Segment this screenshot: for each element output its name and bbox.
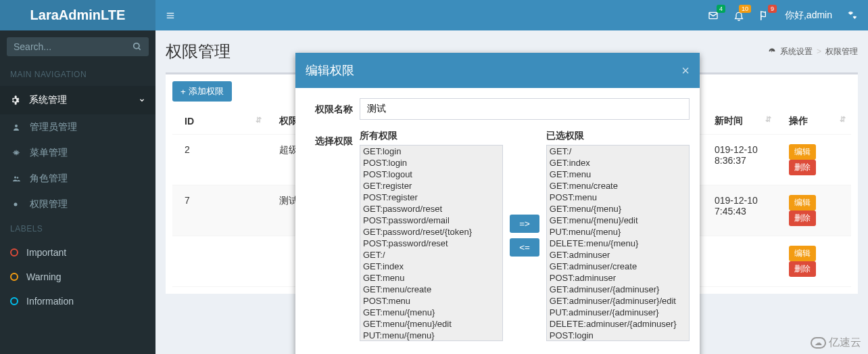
sort-icon: ⇵ <box>765 115 771 124</box>
list-option[interactable]: GET:menu <box>547 169 689 180</box>
cell-updated: 019-12-10 7:45:43 <box>702 185 777 236</box>
modal-title: 编辑权限 <box>306 62 354 79</box>
list-option[interactable]: GET:register <box>360 180 502 192</box>
cell-action: 编辑 删除 <box>777 236 851 287</box>
all-permissions-list[interactable]: GET:loginPOST:loginPOST:logoutGET:regist… <box>360 145 503 341</box>
cloud-icon: ☁ <box>811 337 826 349</box>
page-title: 权限管理 <box>166 41 231 62</box>
th-id[interactable]: ID⇵ <box>172 108 267 135</box>
list-option[interactable]: GET:/ <box>360 249 502 261</box>
red-circle-icon <box>10 248 18 257</box>
watermark: ☁ 亿速云 <box>811 336 861 350</box>
list-option[interactable]: POST:password/reset <box>360 238 502 249</box>
mail-badge: 4 <box>717 5 725 13</box>
selected-permissions-list[interactable]: GET:/GET:indexGET:menuGET:menu/createPOS… <box>546 145 690 341</box>
list-option[interactable]: GET:menu/{menu} <box>360 307 502 318</box>
list-option[interactable]: PUT:adminuser/{adminuser} <box>547 307 689 318</box>
mail-button[interactable]: 4 <box>708 10 719 21</box>
sidebar-item-label: 系统管理 <box>29 94 67 106</box>
move-right-button[interactable]: => <box>510 215 539 233</box>
label-text: Important <box>26 247 66 258</box>
modal-body: 权限名称 选择权限 所有权限 GET:loginPOST:loginPOST:l… <box>295 88 700 354</box>
sidebar-item-system[interactable]: 系统管理 <box>0 86 155 114</box>
list-option[interactable]: GET:adminuser/{adminuser} <box>547 284 689 295</box>
list-option[interactable]: GET:password/reset <box>360 203 502 215</box>
sidebar: LaraAdminLTE MAIN NAVIGATION 系统管理 管理员管 <box>0 0 155 354</box>
circle-icon <box>12 201 26 208</box>
list-option[interactable]: GET:login <box>360 146 502 157</box>
close-icon[interactable]: × <box>681 63 690 79</box>
list-option[interactable]: GET:index <box>360 261 502 272</box>
label-warning[interactable]: Warning <box>0 265 155 289</box>
list-option[interactable]: POST:logout <box>360 169 502 180</box>
sort-icon: ⇵ <box>256 116 262 125</box>
list-option[interactable]: GET:menu/{menu} <box>547 203 689 215</box>
cell-action: 编辑 删除 <box>777 185 851 236</box>
list-option[interactable]: DELETE:menu/{menu} <box>547 238 689 249</box>
gear-icon <box>10 95 24 105</box>
sidebar-sub-label: 菜单管理 <box>30 147 68 159</box>
breadcrumb-item[interactable]: 系统设置 <box>780 46 813 58</box>
edit-button[interactable]: 编辑 <box>789 144 816 160</box>
svg-point-5 <box>17 177 19 179</box>
list-option[interactable]: GET:adminuser <box>547 249 689 261</box>
list-option[interactable]: POST:menu <box>547 192 689 203</box>
sidebar-sub-admin[interactable]: 管理员管理 <box>0 114 155 140</box>
flag-button[interactable]: 9 <box>759 10 770 21</box>
list-option[interactable]: POST:password/email <box>360 215 502 226</box>
user-icon <box>12 123 26 131</box>
svg-line-1 <box>139 48 141 50</box>
topbar: 4 10 9 你好,admin <box>155 0 868 30</box>
settings-button[interactable] <box>847 10 858 21</box>
cell-updated: 019-12-10 8:36:37 <box>702 135 777 185</box>
list-option[interactable]: DELETE:adminuser/{adminuser} <box>547 318 689 330</box>
list-option[interactable]: GET:menu/create <box>360 284 502 295</box>
th-updated[interactable]: 新时间⇵ <box>702 108 777 135</box>
chevron-down-icon <box>139 97 145 104</box>
dual-list: 所有权限 GET:loginPOST:loginPOST:logoutGET:r… <box>360 130 690 341</box>
list-option[interactable]: GET:/ <box>547 146 689 157</box>
list-option[interactable]: GET:index <box>547 157 689 169</box>
delete-button[interactable]: 删除 <box>789 261 816 277</box>
list-option[interactable]: GET:menu/{menu}/edit <box>360 318 502 330</box>
cell-id <box>172 236 267 287</box>
modal-header: 编辑权限 × <box>295 53 700 88</box>
list-option[interactable]: PUT:menu/{menu} <box>360 330 502 341</box>
yellow-circle-icon <box>10 273 18 281</box>
label-important[interactable]: Important <box>0 240 155 265</box>
list-option[interactable]: POST:login <box>360 157 502 169</box>
edit-button[interactable]: 编辑 <box>789 246 816 261</box>
list-option[interactable]: POST:register <box>360 192 502 203</box>
brand-logo[interactable]: LaraAdminLTE <box>0 0 155 30</box>
add-permission-button[interactable]: + 添加权限 <box>172 81 232 102</box>
svg-point-0 <box>134 43 139 49</box>
notifications-button[interactable]: 10 <box>733 10 744 21</box>
label-text: Information <box>26 296 74 307</box>
list-option[interactable]: POST:menu <box>360 295 502 307</box>
search-input[interactable] <box>14 41 132 52</box>
user-menu[interactable]: 你好,admin <box>785 9 832 22</box>
list-option[interactable]: POST:login <box>547 330 689 341</box>
list-option[interactable]: POST:adminuser <box>547 272 689 284</box>
breadcrumb: 系统设置 > 权限管理 <box>768 46 858 58</box>
sidebar-sub-permission[interactable]: 权限管理 <box>0 192 155 217</box>
list-option[interactable]: PUT:menu/{menu} <box>547 226 689 238</box>
sidebar-sub-role[interactable]: 角色管理 <box>0 166 155 192</box>
list-option[interactable]: GET:menu/create <box>547 180 689 192</box>
list-option[interactable]: GET:adminuser/{adminuser}/edit <box>547 295 689 307</box>
label-information[interactable]: Information <box>0 289 155 313</box>
permission-name-input[interactable] <box>360 98 690 120</box>
delete-button[interactable]: 删除 <box>789 160 816 175</box>
list-option[interactable]: GET:password/reset/{token} <box>360 226 502 238</box>
sidebar-sub-menu[interactable]: 菜单管理 <box>0 140 155 166</box>
th-action[interactable]: 操作⇵ <box>777 108 851 135</box>
edit-button[interactable]: 编辑 <box>789 195 816 211</box>
sidebar-toggle[interactable] <box>166 11 175 20</box>
search-icon[interactable] <box>132 42 142 51</box>
list-option[interactable]: GET:menu <box>360 272 502 284</box>
list-option[interactable]: GET:menu/{menu}/edit <box>547 215 689 226</box>
delete-button[interactable]: 删除 <box>789 211 816 226</box>
cell-action: 编辑 删除 <box>777 135 851 185</box>
move-left-button[interactable]: <= <box>510 238 539 257</box>
list-option[interactable]: GET:adminuser/create <box>547 261 689 272</box>
